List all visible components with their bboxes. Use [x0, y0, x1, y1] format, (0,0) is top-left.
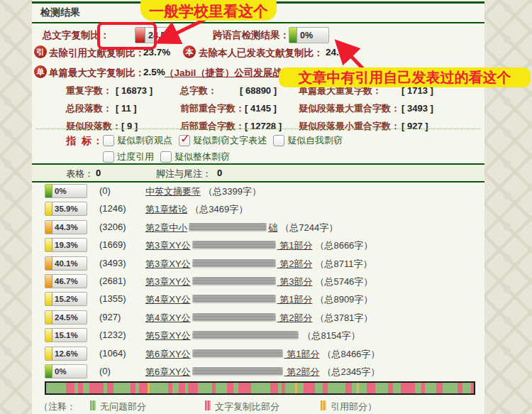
stat-value: [ 11 ] — [116, 103, 137, 114]
badge-fill — [45, 185, 52, 197]
overlap-segment — [388, 383, 393, 393]
exclude-self-value: 24.5% — [326, 47, 353, 58]
section-list: 0%(0)中英文摘要等（总3399字）35.9%(1246)第1章绪论（总346… — [32, 183, 484, 381]
overlap-segment — [359, 383, 367, 393]
badge-fill — [45, 221, 52, 234]
section-link[interactable]: 第3章XY公 第3部分（总5746字） — [145, 276, 372, 288]
single-max-value: 2.5% — [143, 67, 165, 77]
section-total-chars: （总3399字） — [204, 185, 261, 198]
redacted-scribble — [192, 295, 276, 303]
badge-fill — [45, 347, 52, 360]
result-panel: 检测结果 总文字复制比： 24.5% 跨语言检测结果： 0% 引 去除引用文献复… — [32, 0, 484, 414]
copied-char-count: (2681) — [99, 276, 126, 286]
copied-char-count: (1669) — [99, 239, 126, 250]
section-total-chars: （总8466字） — [322, 348, 379, 361]
redacted-text — [189, 223, 267, 232]
redacted-scribble — [192, 331, 299, 339]
overlap-segment — [345, 383, 352, 393]
indicator-item: 疑似整体剽窃 — [160, 151, 230, 163]
ratio-badge: 15.1% — [45, 328, 87, 342]
section-title-prefix: 第4章XY公 — [145, 312, 191, 323]
legend-red-label: 文字复制比部分 — [215, 401, 279, 413]
section-total-chars: （总2345字） — [322, 366, 379, 378]
stat-cell: 总段落数：[ 11 ] — [66, 102, 137, 115]
list-item: 44.3%(3206)第2章中小础（总7244字） — [32, 219, 484, 236]
callout-right: 文章中有引用自己发表过的看这个 — [279, 67, 531, 87]
redacted-text — [192, 349, 283, 359]
ratio-badge: 0% — [45, 184, 87, 198]
indicator-item-label: 过度引用 — [117, 151, 154, 163]
overlap-segment — [297, 383, 304, 393]
list-item: 0%(0)中英文摘要等（总3399字） — [32, 183, 484, 200]
stats-row: 疑似段落数：[ 9 ]后部重合字数：[ 12728 ]疑似段落最小重合字数：[ … — [32, 119, 484, 132]
list-item: 0%(0)第6章XY公 第2部分（总2345字） — [32, 363, 484, 381]
section-title-suffix: 第2部分 — [277, 258, 313, 269]
redacted-text — [192, 295, 276, 304]
list-item: 40.1%(3493)第3章XY公 第2部分（总8711字） — [32, 255, 484, 273]
section-total-chars: （总8666字） — [315, 239, 372, 252]
section-total-chars: （总8711字） — [315, 258, 372, 271]
checkbox[interactable] — [103, 151, 114, 163]
list-item: 15.2%(1355)第4章XY公 第1部分（总8909字） — [32, 290, 484, 308]
section-link[interactable]: 第3章XY公 第1部分（总8666字） — [145, 239, 372, 252]
footnote-count-value: 0 — [217, 168, 222, 178]
legend-orange-swatch — [321, 401, 326, 410]
stat-value: [ 68890 ] — [240, 85, 277, 96]
checkbox[interactable] — [273, 135, 284, 146]
copied-char-count: (927) — [99, 312, 121, 322]
report-page: 检测结果 总文字复制比： 24.5% 跨语言检测结果： 0% 引 去除引用文献复… — [0, 0, 532, 414]
section-title-prefix: 中英文摘要等 — [145, 186, 201, 197]
section-link[interactable]: 第6章XY公 第1部分（总8466字） — [145, 348, 379, 361]
copied-char-count: (1246) — [99, 203, 126, 214]
badge-fill — [45, 239, 52, 251]
indicator-line-1: 疑似剽窃观点✓疑似剽窃文字表述疑似自我剽窃 — [103, 134, 343, 147]
section-link[interactable]: 第5章XY公（总8154字） — [145, 329, 360, 342]
ratio-value: 0% — [55, 187, 67, 195]
list-item: 46.7%(2681)第3章XY公 第3部分（总5746字） — [32, 273, 484, 290]
redacted-scribble — [192, 277, 276, 285]
overlap-segment — [471, 383, 475, 393]
ratio-badge: 44.3% — [45, 220, 87, 234]
section-link[interactable]: 中英文摘要等（总3399字） — [145, 185, 261, 198]
stat-cell: 总字数：[ 68890 ] — [180, 84, 277, 97]
stat-value: [ 927 ] — [401, 121, 428, 131]
overlap-segment — [436, 383, 443, 393]
section-link[interactable]: 第6章XY公 第2部分（总2345字） — [145, 366, 379, 378]
section-link[interactable]: 第4章XY公 第2部分（总3781字） — [145, 312, 372, 325]
section-title-prefix: 第5章XY公 — [145, 330, 191, 341]
redacted-scribble — [192, 259, 276, 268]
overlap-segment — [323, 383, 328, 393]
ratio-value: 15.2% — [55, 295, 78, 303]
checkmark-icon: ✓ — [180, 131, 190, 146]
stat-label: 重复字数： — [66, 85, 116, 97]
stat-value: [ 16873 ] — [116, 85, 153, 96]
page-title: 检测结果 — [40, 6, 80, 19]
section-link[interactable]: 第4章XY公 第1部分（总8909字） — [145, 293, 372, 306]
redacted-text — [192, 331, 299, 340]
overlap-color-bar — [45, 381, 475, 395]
section-link[interactable]: 第2章中小础（总7244字） — [145, 222, 338, 234]
legend-green-swatch — [90, 401, 96, 410]
indicator-item: 疑似自我剽窃 — [273, 134, 343, 147]
indicator-item: ✓疑似剽窃文字表述 — [179, 134, 267, 147]
exclude-self-label: 去除本人已发表文献复制比： — [199, 47, 323, 60]
checkbox[interactable]: ✓ — [179, 135, 190, 146]
copied-char-count: (1232) — [99, 329, 126, 340]
overlap-segment — [172, 383, 179, 393]
stat-label: 总字数： — [180, 85, 240, 97]
checkbox[interactable] — [160, 151, 172, 163]
indicator-item-label: 疑似剽窃文字表述 — [193, 134, 267, 147]
counts-bar: 表格： 0 脚注与尾注： 0 — [32, 165, 484, 181]
section-link[interactable]: 第1章绪论（总3469字） — [145, 203, 248, 216]
overlap-segment — [352, 383, 357, 393]
section-link[interactable]: 第3章XY公 第2部分（总8711字） — [145, 258, 372, 271]
indicator-item-label: 疑似自我剽窃 — [287, 134, 343, 147]
overlap-segment — [462, 383, 471, 393]
stat-cell: 重复字数：[ 16873 ] — [66, 84, 153, 97]
list-item: 15.1%(1232)第5章XY公（总8154字） — [32, 327, 484, 344]
ratio-value: 15.1% — [55, 331, 78, 339]
checkbox[interactable] — [103, 135, 114, 146]
overlap-segment — [227, 383, 233, 393]
section-title-prefix: 第3章XY公 — [145, 276, 191, 287]
red-highlight-box — [97, 22, 157, 50]
